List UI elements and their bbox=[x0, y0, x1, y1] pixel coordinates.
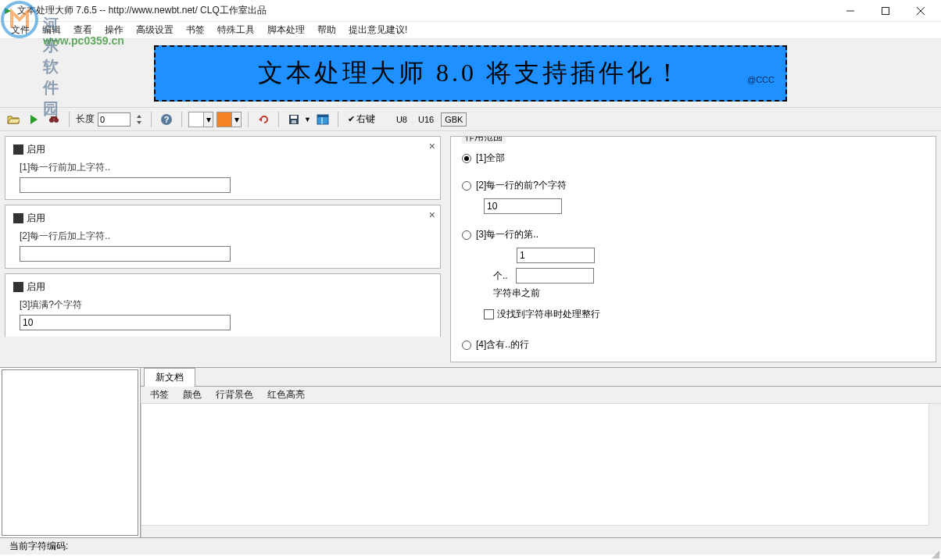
length-spinner[interactable] bbox=[98, 112, 131, 127]
scope-label-all: [1]全部 bbox=[476, 152, 505, 165]
resize-grip[interactable] bbox=[928, 548, 939, 558]
color-orange-dropdown[interactable]: ▾ bbox=[216, 112, 242, 127]
undo-button[interactable] bbox=[255, 111, 272, 128]
toolbar-separator bbox=[248, 112, 249, 127]
enable-label: 启用 bbox=[27, 280, 45, 294]
close-icon[interactable]: × bbox=[429, 140, 435, 152]
subbar-color[interactable]: 颜色 bbox=[183, 388, 202, 401]
main-content: × 启用 [1]每一行前加上字符.. × 启用 [2]每一行后加上字符.. 启用… bbox=[0, 131, 941, 367]
enable-checkbox[interactable] bbox=[13, 213, 23, 223]
toolbar-separator bbox=[338, 112, 338, 127]
window-titlebar: 文本处理大师 7.6.5 -- http://www.newbt.net/ CL… bbox=[0, 0, 941, 22]
help-button[interactable]: ? bbox=[158, 111, 175, 128]
scope-radio-contains[interactable] bbox=[462, 341, 471, 350]
right-click-label: 右键 bbox=[356, 112, 375, 126]
right-click-checkbox[interactable]: ✔右键 bbox=[348, 112, 375, 126]
play-button[interactable] bbox=[25, 111, 42, 128]
prefix-input[interactable] bbox=[20, 177, 231, 193]
scope-pane: 作用范围 [1]全部 [2]每一行的前?个字符 [3]每一行的第.. 个.. 字… bbox=[445, 131, 941, 367]
menu-view[interactable]: 查看 bbox=[67, 22, 98, 38]
save-button[interactable] bbox=[285, 111, 302, 128]
svg-marker-1 bbox=[5, 8, 11, 14]
length-label: 长度 bbox=[76, 112, 95, 126]
scope-fieldset: 作用范围 [1]全部 [2]每一行的前?个字符 [3]每一行的第.. 个.. 字… bbox=[450, 136, 936, 362]
menu-special[interactable]: 特殊工具 bbox=[211, 22, 261, 38]
text-editor[interactable] bbox=[141, 404, 941, 537]
op-card-suffix: × 启用 [2]每一行后加上字符.. bbox=[5, 205, 441, 269]
whole-line-label: 没找到字符串时处理整行 bbox=[497, 309, 600, 319]
menu-file[interactable]: 文件 bbox=[5, 22, 36, 38]
scope-radio-first-n[interactable] bbox=[462, 181, 471, 191]
subbar-bookmark[interactable]: 书签 bbox=[150, 388, 169, 401]
editor-panel: 新文档 书签 颜色 行背景色 红色高亮 bbox=[141, 368, 941, 537]
scope-label-nth: [3]每一行的第.. bbox=[476, 228, 538, 241]
file-list-panel bbox=[0, 368, 141, 537]
menu-edit[interactable]: 编辑 bbox=[36, 22, 67, 38]
whole-line-checkbox[interactable] bbox=[484, 309, 494, 319]
enable-checkbox[interactable] bbox=[13, 282, 23, 292]
save-dropdown-arrow[interactable]: ▼ bbox=[304, 116, 311, 123]
menu-help[interactable]: 帮助 bbox=[311, 22, 342, 38]
editor-subbar: 书签 颜色 行背景色 红色高亮 bbox=[141, 387, 941, 404]
suffix-input[interactable] bbox=[20, 246, 231, 262]
svg-rect-16 bbox=[291, 116, 297, 119]
scope-radio-nth[interactable] bbox=[462, 230, 471, 240]
minimize-button[interactable] bbox=[832, 0, 868, 22]
menu-action[interactable]: 操作 bbox=[98, 22, 130, 38]
fill-count-input[interactable] bbox=[20, 315, 231, 330]
statusbar: 当前字符编码: bbox=[0, 537, 941, 555]
scroll-corner bbox=[928, 525, 941, 537]
menu-script[interactable]: 脚本处理 bbox=[261, 22, 311, 38]
banner-text: 文本处理大师 8.0 将支持插件化！ bbox=[258, 56, 683, 91]
svg-marker-11 bbox=[137, 121, 141, 124]
svg-text:?: ? bbox=[164, 115, 170, 124]
subbar-red-highlight[interactable]: 红色高亮 bbox=[267, 388, 305, 401]
menu-advanced[interactable]: 高级设置 bbox=[130, 22, 180, 38]
svg-rect-17 bbox=[292, 120, 296, 123]
toolbar-separator bbox=[278, 112, 279, 127]
svg-marker-6 bbox=[30, 115, 38, 124]
vertical-scrollbar[interactable] bbox=[928, 404, 941, 525]
nth-string-input[interactable] bbox=[516, 268, 594, 284]
enable-checkbox[interactable] bbox=[13, 144, 23, 155]
promo-banner[interactable]: 文本处理大师 8.0 将支持插件化！ @CCC bbox=[154, 45, 787, 102]
nth-index-input[interactable] bbox=[517, 248, 595, 263]
window-layout-button[interactable] bbox=[314, 111, 331, 128]
scope-label-first-n: [2]每一行的前?个字符 bbox=[476, 179, 567, 192]
nth-unit-label: 个.. bbox=[493, 269, 508, 283]
binoculars-button[interactable] bbox=[45, 111, 63, 128]
toolbar-separator bbox=[69, 112, 70, 127]
op-card-fill: 启用 [3]填满?个字符 bbox=[5, 273, 441, 337]
op-label: [1]每一行前加上字符.. bbox=[20, 161, 432, 174]
color-white-dropdown[interactable]: ▾ bbox=[188, 112, 213, 127]
window-title: 文本处理大师 7.6.5 -- http://www.newbt.net/ CL… bbox=[17, 4, 832, 17]
close-icon[interactable]: × bbox=[429, 209, 435, 221]
horizontal-scrollbar[interactable] bbox=[141, 525, 928, 537]
op-label: [2]每一行后加上字符.. bbox=[20, 230, 432, 243]
encoding-gbk[interactable]: GBK bbox=[441, 112, 467, 127]
encoding-u8[interactable]: U8 bbox=[392, 112, 411, 127]
svg-marker-14 bbox=[259, 117, 262, 122]
first-n-input[interactable] bbox=[484, 198, 562, 214]
maximize-button[interactable] bbox=[868, 0, 903, 22]
file-list[interactable] bbox=[2, 369, 138, 536]
enable-label: 启用 bbox=[27, 143, 45, 156]
open-file-button[interactable] bbox=[5, 111, 22, 128]
scope-radio-all[interactable] bbox=[462, 154, 471, 163]
encoding-u16[interactable]: U16 bbox=[414, 112, 438, 127]
subbar-line-bg[interactable]: 行背景色 bbox=[216, 388, 253, 401]
status-encoding-label: 当前字符编码: bbox=[5, 540, 73, 553]
banner-area: 文本处理大师 8.0 将支持插件化！ @CCC bbox=[0, 39, 941, 108]
menu-feedback[interactable]: 提出意见建议! bbox=[342, 22, 413, 38]
banner-signature: @CCC bbox=[747, 75, 775, 84]
svg-rect-3 bbox=[882, 7, 889, 14]
spinner-arrows[interactable] bbox=[134, 111, 145, 128]
operations-pane: × 启用 [1]每一行前加上字符.. × 启用 [2]每一行后加上字符.. 启用… bbox=[0, 131, 445, 367]
op-label: [3]填满?个字符 bbox=[20, 298, 432, 312]
menubar: 文件 编辑 查看 操作 高级设置 书签 特殊工具 脚本处理 帮助 提出意见建议! bbox=[0, 22, 941, 39]
close-button[interactable] bbox=[903, 0, 938, 22]
tab-new-doc[interactable]: 新文档 bbox=[144, 368, 195, 387]
menu-bookmark[interactable]: 书签 bbox=[180, 22, 211, 38]
scope-label-contains: [4]含有..的行 bbox=[476, 338, 529, 351]
scope-legend: 作用范围 bbox=[462, 136, 506, 144]
